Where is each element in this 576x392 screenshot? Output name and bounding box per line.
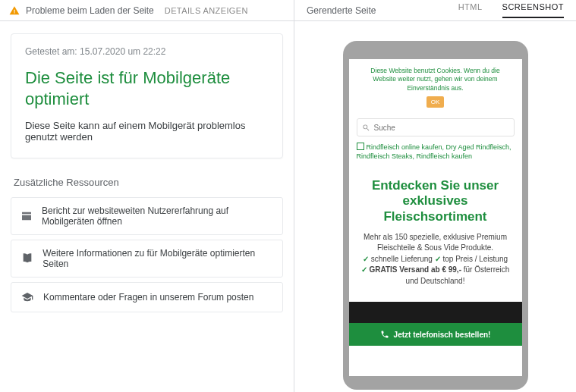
- phone-icon: [380, 330, 389, 339]
- cookie-banner: Diese Website benutzt Cookies. Wenn du d…: [349, 59, 522, 114]
- right-top-bar: Gerenderte Seite HTML SCREENSHOT: [294, 0, 576, 21]
- resource-item-report[interactable]: Bericht zur websiteweiten Nutzererfahrun…: [11, 197, 283, 235]
- cookie-text: Diese Website benutzt Cookies. Wenn du d…: [361, 67, 510, 93]
- result-card: Getestet am: 15.07.2020 um 22:22 Die Sei…: [11, 33, 283, 158]
- details-link[interactable]: DETAILS ANZEIGEN: [165, 6, 248, 15]
- tab-screenshot[interactable]: SCREENSHOT: [502, 2, 564, 18]
- book-icon: [20, 252, 33, 265]
- search-input[interactable]: [374, 124, 509, 132]
- cta-bar[interactable]: Jetzt telefonisch bestellen!: [349, 323, 522, 346]
- resource-label: Weitere Informationen zu für Mobilgeräte…: [42, 248, 273, 269]
- phone-frame: Diese Website benutzt Cookies. Wenn du d…: [343, 41, 528, 390]
- result-description: Diese Seite kann auf einem Mobilgerät pr…: [25, 120, 269, 143]
- check-icon: ✓: [363, 255, 369, 263]
- warning-text: Probleme beim Laden der Seite: [26, 5, 154, 16]
- rendered-page-label: Gerenderte Seite: [307, 5, 376, 16]
- warning-icon: [9, 5, 20, 16]
- resources-heading: Zusätzliche Ressourcen: [14, 177, 280, 188]
- search-field[interactable]: [357, 118, 515, 136]
- cta-label: Jetzt telefonisch bestellen!: [394, 331, 491, 339]
- resource-label: Bericht zur websiteweiten Nutzererfahrun…: [42, 205, 273, 227]
- resource-item-forum[interactable]: Kommentare oder Fragen in unserem Forum …: [11, 282, 283, 312]
- hero-section: Entdecken Sie unser exklusives Fleischso…: [349, 163, 522, 295]
- check-icon: ✓: [435, 255, 441, 263]
- hero-title: Entdecken Sie unser exklusives Fleischso…: [360, 178, 511, 224]
- cookie-ok-button[interactable]: OK: [426, 96, 445, 108]
- broken-image-alt: Rindfleisch online kaufen, Dry Aged Rind…: [349, 141, 522, 162]
- phone-screen: Diese Website benutzt Cookies. Wenn du d…: [349, 59, 522, 376]
- tested-timestamp: Getestet am: 15.07.2020 um 22:22: [25, 46, 269, 57]
- preview-area: Diese Website benutzt Cookies. Wenn du d…: [294, 21, 576, 392]
- graduation-icon: [20, 290, 34, 304]
- hero-description: Mehr als 150 spezielle, exklusive Premiu…: [360, 232, 511, 287]
- result-title: Die Seite ist für Mobilgeräte optimiert: [25, 67, 269, 109]
- search-icon: [362, 124, 370, 132]
- tab-html[interactable]: HTML: [458, 2, 483, 18]
- resource-item-info[interactable]: Weitere Informationen zu für Mobilgeräte…: [11, 240, 283, 278]
- webpage-icon: [20, 209, 33, 223]
- dark-image-strip: [349, 302, 522, 323]
- resource-label: Kommentare oder Fragen in unserem Forum …: [43, 292, 253, 303]
- check-icon: ✓: [361, 265, 367, 274]
- left-top-bar: Probleme beim Laden der Seite DETAILS AN…: [0, 0, 294, 21]
- left-panel: Probleme beim Laden der Seite DETAILS AN…: [0, 0, 294, 392]
- right-panel: Gerenderte Seite HTML SCREENSHOT Diese W…: [294, 0, 576, 392]
